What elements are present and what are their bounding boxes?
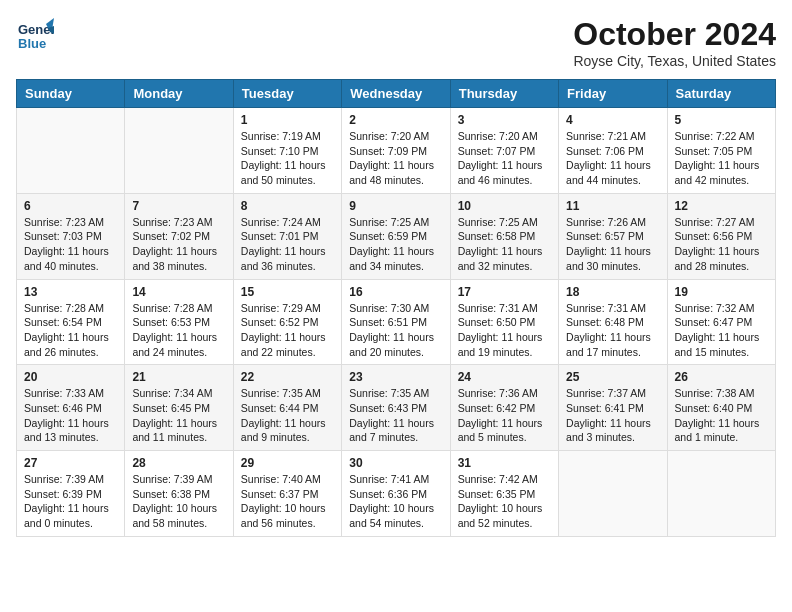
day-number: 28 bbox=[132, 456, 225, 470]
day-number: 12 bbox=[675, 199, 768, 213]
sunrise-text: Sunrise: 7:34 AM bbox=[132, 387, 212, 399]
day-info: Sunrise: 7:30 AMSunset: 6:51 PMDaylight:… bbox=[349, 301, 442, 360]
day-info: Sunrise: 7:26 AMSunset: 6:57 PMDaylight:… bbox=[566, 215, 659, 274]
daylight-text: Daylight: 11 hours and 34 minutes. bbox=[349, 245, 434, 272]
day-number: 15 bbox=[241, 285, 334, 299]
sunrise-text: Sunrise: 7:21 AM bbox=[566, 130, 646, 142]
calendar-cell bbox=[667, 451, 775, 537]
daylight-text: Daylight: 11 hours and 24 minutes. bbox=[132, 331, 217, 358]
calendar-cell: 4Sunrise: 7:21 AMSunset: 7:06 PMDaylight… bbox=[559, 108, 667, 194]
day-info: Sunrise: 7:28 AMSunset: 6:54 PMDaylight:… bbox=[24, 301, 117, 360]
day-number: 9 bbox=[349, 199, 442, 213]
day-number: 1 bbox=[241, 113, 334, 127]
daylight-text: Daylight: 11 hours and 15 minutes. bbox=[675, 331, 760, 358]
calendar-cell: 6Sunrise: 7:23 AMSunset: 7:03 PMDaylight… bbox=[17, 193, 125, 279]
sunset-text: Sunset: 6:40 PM bbox=[675, 402, 753, 414]
calendar-cell: 11Sunrise: 7:26 AMSunset: 6:57 PMDayligh… bbox=[559, 193, 667, 279]
calendar-cell: 30Sunrise: 7:41 AMSunset: 6:36 PMDayligh… bbox=[342, 451, 450, 537]
sunrise-text: Sunrise: 7:31 AM bbox=[566, 302, 646, 314]
sunrise-text: Sunrise: 7:24 AM bbox=[241, 216, 321, 228]
col-friday: Friday bbox=[559, 80, 667, 108]
sunset-text: Sunset: 7:10 PM bbox=[241, 145, 319, 157]
sunset-text: Sunset: 6:50 PM bbox=[458, 316, 536, 328]
day-number: 31 bbox=[458, 456, 551, 470]
calendar-cell: 2Sunrise: 7:20 AMSunset: 7:09 PMDaylight… bbox=[342, 108, 450, 194]
sunset-text: Sunset: 7:09 PM bbox=[349, 145, 427, 157]
calendar-cell: 13Sunrise: 7:28 AMSunset: 6:54 PMDayligh… bbox=[17, 279, 125, 365]
daylight-text: Daylight: 11 hours and 3 minutes. bbox=[566, 417, 651, 444]
sunset-text: Sunset: 6:37 PM bbox=[241, 488, 319, 500]
sunset-text: Sunset: 6:59 PM bbox=[349, 230, 427, 242]
day-number: 7 bbox=[132, 199, 225, 213]
calendar-cell: 27Sunrise: 7:39 AMSunset: 6:39 PMDayligh… bbox=[17, 451, 125, 537]
day-number: 21 bbox=[132, 370, 225, 384]
sunrise-text: Sunrise: 7:28 AM bbox=[24, 302, 104, 314]
day-info: Sunrise: 7:21 AMSunset: 7:06 PMDaylight:… bbox=[566, 129, 659, 188]
calendar-table: Sunday Monday Tuesday Wednesday Thursday… bbox=[16, 79, 776, 537]
day-info: Sunrise: 7:20 AMSunset: 7:09 PMDaylight:… bbox=[349, 129, 442, 188]
sunset-text: Sunset: 6:44 PM bbox=[241, 402, 319, 414]
sunrise-text: Sunrise: 7:30 AM bbox=[349, 302, 429, 314]
day-number: 25 bbox=[566, 370, 659, 384]
day-number: 18 bbox=[566, 285, 659, 299]
calendar-cell: 24Sunrise: 7:36 AMSunset: 6:42 PMDayligh… bbox=[450, 365, 558, 451]
sunset-text: Sunset: 6:57 PM bbox=[566, 230, 644, 242]
calendar-cell: 1Sunrise: 7:19 AMSunset: 7:10 PMDaylight… bbox=[233, 108, 341, 194]
calendar-title: October 2024 bbox=[573, 16, 776, 53]
day-info: Sunrise: 7:38 AMSunset: 6:40 PMDaylight:… bbox=[675, 386, 768, 445]
calendar-week-row: 13Sunrise: 7:28 AMSunset: 6:54 PMDayligh… bbox=[17, 279, 776, 365]
sunset-text: Sunset: 7:03 PM bbox=[24, 230, 102, 242]
daylight-text: Daylight: 10 hours and 54 minutes. bbox=[349, 502, 434, 529]
day-number: 26 bbox=[675, 370, 768, 384]
calendar-week-row: 27Sunrise: 7:39 AMSunset: 6:39 PMDayligh… bbox=[17, 451, 776, 537]
calendar-cell: 8Sunrise: 7:24 AMSunset: 7:01 PMDaylight… bbox=[233, 193, 341, 279]
sunset-text: Sunset: 6:52 PM bbox=[241, 316, 319, 328]
calendar-cell: 3Sunrise: 7:20 AMSunset: 7:07 PMDaylight… bbox=[450, 108, 558, 194]
day-info: Sunrise: 7:35 AMSunset: 6:43 PMDaylight:… bbox=[349, 386, 442, 445]
title-area: October 2024 Royse City, Texas, United S… bbox=[573, 16, 776, 69]
day-number: 14 bbox=[132, 285, 225, 299]
calendar-cell: 16Sunrise: 7:30 AMSunset: 6:51 PMDayligh… bbox=[342, 279, 450, 365]
daylight-text: Daylight: 11 hours and 36 minutes. bbox=[241, 245, 326, 272]
calendar-cell: 23Sunrise: 7:35 AMSunset: 6:43 PMDayligh… bbox=[342, 365, 450, 451]
day-info: Sunrise: 7:23 AMSunset: 7:03 PMDaylight:… bbox=[24, 215, 117, 274]
sunrise-text: Sunrise: 7:41 AM bbox=[349, 473, 429, 485]
col-wednesday: Wednesday bbox=[342, 80, 450, 108]
day-info: Sunrise: 7:36 AMSunset: 6:42 PMDaylight:… bbox=[458, 386, 551, 445]
daylight-text: Daylight: 11 hours and 28 minutes. bbox=[675, 245, 760, 272]
sunset-text: Sunset: 6:39 PM bbox=[24, 488, 102, 500]
daylight-text: Daylight: 11 hours and 1 minute. bbox=[675, 417, 760, 444]
daylight-text: Daylight: 11 hours and 19 minutes. bbox=[458, 331, 543, 358]
sunset-text: Sunset: 7:07 PM bbox=[458, 145, 536, 157]
daylight-text: Daylight: 11 hours and 50 minutes. bbox=[241, 159, 326, 186]
calendar-week-row: 1Sunrise: 7:19 AMSunset: 7:10 PMDaylight… bbox=[17, 108, 776, 194]
sunrise-text: Sunrise: 7:20 AM bbox=[458, 130, 538, 142]
sunset-text: Sunset: 6:56 PM bbox=[675, 230, 753, 242]
daylight-text: Daylight: 10 hours and 52 minutes. bbox=[458, 502, 543, 529]
daylight-text: Daylight: 11 hours and 22 minutes. bbox=[241, 331, 326, 358]
calendar-cell bbox=[125, 108, 233, 194]
calendar-cell: 15Sunrise: 7:29 AMSunset: 6:52 PMDayligh… bbox=[233, 279, 341, 365]
sunrise-text: Sunrise: 7:23 AM bbox=[132, 216, 212, 228]
calendar-cell: 20Sunrise: 7:33 AMSunset: 6:46 PMDayligh… bbox=[17, 365, 125, 451]
day-number: 22 bbox=[241, 370, 334, 384]
day-info: Sunrise: 7:23 AMSunset: 7:02 PMDaylight:… bbox=[132, 215, 225, 274]
daylight-text: Daylight: 11 hours and 13 minutes. bbox=[24, 417, 109, 444]
sunrise-text: Sunrise: 7:23 AM bbox=[24, 216, 104, 228]
calendar-cell: 19Sunrise: 7:32 AMSunset: 6:47 PMDayligh… bbox=[667, 279, 775, 365]
sunrise-text: Sunrise: 7:33 AM bbox=[24, 387, 104, 399]
col-tuesday: Tuesday bbox=[233, 80, 341, 108]
sunrise-text: Sunrise: 7:42 AM bbox=[458, 473, 538, 485]
day-info: Sunrise: 7:27 AMSunset: 6:56 PMDaylight:… bbox=[675, 215, 768, 274]
day-info: Sunrise: 7:29 AMSunset: 6:52 PMDaylight:… bbox=[241, 301, 334, 360]
sunrise-text: Sunrise: 7:32 AM bbox=[675, 302, 755, 314]
sunrise-text: Sunrise: 7:28 AM bbox=[132, 302, 212, 314]
day-info: Sunrise: 7:31 AMSunset: 6:50 PMDaylight:… bbox=[458, 301, 551, 360]
day-number: 29 bbox=[241, 456, 334, 470]
day-number: 24 bbox=[458, 370, 551, 384]
day-info: Sunrise: 7:39 AMSunset: 6:39 PMDaylight:… bbox=[24, 472, 117, 531]
sunrise-text: Sunrise: 7:26 AM bbox=[566, 216, 646, 228]
day-info: Sunrise: 7:34 AMSunset: 6:45 PMDaylight:… bbox=[132, 386, 225, 445]
daylight-text: Daylight: 11 hours and 9 minutes. bbox=[241, 417, 326, 444]
daylight-text: Daylight: 11 hours and 38 minutes. bbox=[132, 245, 217, 272]
